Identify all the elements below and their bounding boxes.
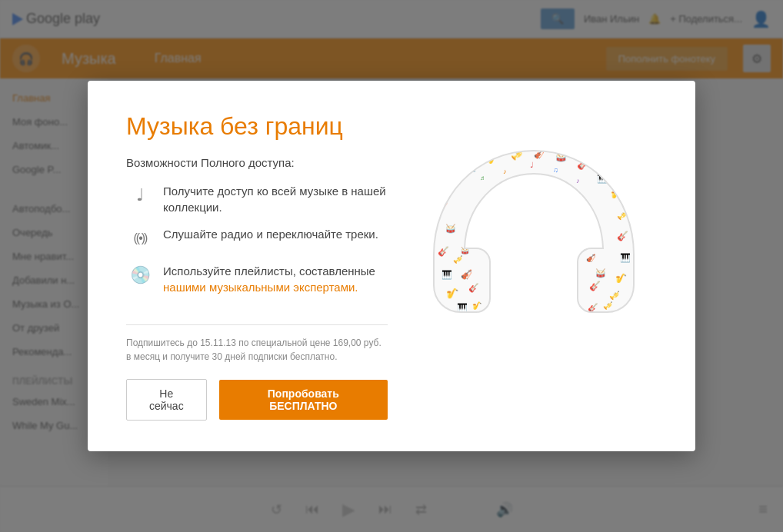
svg-text:🎷: 🎷 xyxy=(472,301,482,311)
modal-promo-text: Подпишитесь до 15.11.13 по специальной ц… xyxy=(126,336,388,364)
modal-right-panel: 🎸 🎹 🎷 🎺 🎻 🥁 🎸 🎹 🎷 🎺 🎻 🥁 🎸 🎹 🎷 xyxy=(411,111,657,421)
svg-text:♪: ♪ xyxy=(503,168,507,175)
svg-text:🎹: 🎹 xyxy=(457,302,468,313)
feature-item-1: ♩ Получите доступ ко всей музыке в нашей… xyxy=(126,183,388,215)
feature-1-text: Получите доступ ко всей музыке в нашей к… xyxy=(163,183,388,215)
feature-2-text: Слушайте радио и переключайте треки. xyxy=(163,226,378,242)
feature-3-text: Используйте плейлисты, составленные наши… xyxy=(163,263,388,295)
svg-text:🎻: 🎻 xyxy=(586,253,596,263)
svg-text:🎹: 🎹 xyxy=(441,269,452,280)
svg-text:♬: ♬ xyxy=(480,175,485,181)
svg-text:🥁: 🥁 xyxy=(555,151,567,162)
svg-text:🎸: 🎸 xyxy=(468,282,479,293)
svg-text:♩: ♩ xyxy=(530,161,534,169)
svg-text:🎷: 🎷 xyxy=(446,287,459,300)
modal-divider xyxy=(126,324,388,325)
svg-text:🎻: 🎻 xyxy=(435,198,448,211)
feature-list: ♩ Получите доступ ко всей музыке в нашей… xyxy=(126,183,388,295)
modal-title: Музыка без границ xyxy=(126,111,388,141)
modal-overlay: Музыка без границ Возможности Полного до… xyxy=(0,0,783,532)
svg-text:🥁: 🥁 xyxy=(445,223,456,234)
feature-2-icon: ((•)) xyxy=(126,224,154,252)
feature-item-2: ((•)) Слушайте радио и переключайте трек… xyxy=(126,226,388,252)
svg-text:♫: ♫ xyxy=(553,166,558,174)
svg-text:🎹: 🎹 xyxy=(620,252,631,263)
svg-text:🎻: 🎻 xyxy=(461,268,472,280)
svg-text:♪: ♪ xyxy=(576,177,580,185)
headphone-illustration: 🎸 🎹 🎷 🎺 🎻 🥁 🎸 🎹 🎷 🎺 🎻 🥁 🎸 🎹 🎷 xyxy=(418,135,649,397)
cancel-button[interactable]: Не сейчас xyxy=(126,379,207,421)
svg-text:🎸: 🎸 xyxy=(441,171,455,185)
modal-subtitle: Возможности Полного доступа: xyxy=(126,156,388,169)
try-free-button[interactable]: Попробовать БЕСПЛАТНО xyxy=(219,380,388,420)
svg-text:🎺: 🎺 xyxy=(609,290,620,301)
svg-text:🎸: 🎸 xyxy=(589,280,601,291)
feature-item-3: 💿 Используйте плейлисты, составленные на… xyxy=(126,263,388,295)
svg-text:🥁: 🥁 xyxy=(595,268,606,278)
svg-text:🎺: 🎺 xyxy=(511,148,524,161)
svg-text:🎷: 🎷 xyxy=(615,272,627,284)
svg-text:🎺: 🎺 xyxy=(603,301,613,311)
modal-left-panel: Музыка без границ Возможности Полного до… xyxy=(126,111,388,421)
expert-link: нашими музыкальными экспертами. xyxy=(163,281,358,294)
feature-1-icon: ♩ xyxy=(126,181,154,209)
modal-actions: Не сейчас Попробовать БЕСПЛАТНО xyxy=(126,379,388,421)
svg-text:🎸: 🎸 xyxy=(438,245,449,257)
svg-text:🎸: 🎸 xyxy=(617,230,628,241)
svg-text:🎺: 🎺 xyxy=(453,254,463,264)
subscription-modal: Музыка без границ Возможности Полного до… xyxy=(88,81,695,451)
feature-3-icon: 💿 xyxy=(126,261,154,289)
